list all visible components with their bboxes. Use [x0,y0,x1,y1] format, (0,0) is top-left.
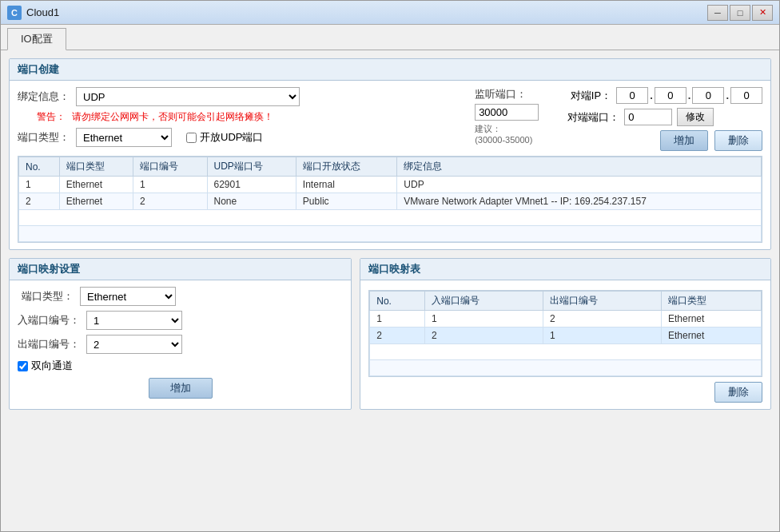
delete-port-button[interactable]: 删除 [714,130,762,151]
bidirectional-row: 双向通道 [18,359,343,373]
table-row-empty [19,210,762,226]
port-type-row: 端口类型： Ethernet 开放UDP端口 [18,128,462,147]
col-status: 端口开放状态 [296,157,397,177]
ip-octet-4[interactable] [730,87,762,104]
port-mapping-settings-body: 端口类型： Ethernet 入端口编号： 1 2 3 4 [10,280,351,405]
table-row-empty [19,226,762,242]
tabbar: IO配置 [1,25,779,50]
ip-octet-1[interactable] [616,87,648,104]
main-content: 端口创建 绑定信息： UDP TCP 内部网络 [1,50,779,531]
cell-binding: UDP [397,177,762,193]
input-port-row: 入端口编号： 1 2 3 4 [18,311,343,330]
ip-inputs: . . . [616,87,762,104]
mapping-row[interactable]: 2 2 1 Ethernet [370,328,762,344]
cell-udp: 62901 [207,177,296,193]
mapping-row[interactable]: 1 1 2 Ethernet [370,311,762,328]
port-creation-body: 绑定信息： UDP TCP 内部网络 警告： 请勿绑定公网网卡，否则可能会引起网… [10,81,770,249]
mapping-type-label: 端口类型： [18,289,74,304]
mapping-type-row: 端口类型： Ethernet [18,287,343,306]
mapping-table-wrapper: No. 入端口编号 出端口编号 端口类型 1 1 2 [368,290,762,377]
app-icon: C [7,6,22,20]
port-mapping-settings-title: 端口映射设置 [10,259,351,280]
input-port-label: 入端口编号： [18,313,80,328]
bidirectional-label: 双向通道 [31,359,73,373]
mapping-row-empty [370,344,762,360]
titlebar-left: C Cloud1 [7,6,59,20]
map-col-out: 出端口编号 [543,292,661,311]
bottom-sections: 端口映射设置 端口类型： Ethernet 入端口编号： 1 2 3 [9,258,771,410]
binding-label: 绑定信息： [18,89,70,104]
table-row[interactable]: 2 Ethernet 2 None Public VMware Network … [19,193,762,210]
close-button[interactable]: ✕ [752,5,773,21]
mapping-table: No. 入端口编号 出端口编号 端口类型 1 1 2 [369,291,762,376]
port-mapping-table-section: 端口映射表 No. 入端口编号 出端口编号 端口类型 [360,258,771,410]
main-window: C Cloud1 ─ □ ✕ IO配置 端口创建 [0,0,780,532]
remote-port-input[interactable] [624,109,672,125]
action-buttons: 增加 删除 [567,130,762,151]
port-type-label: 端口类型： [18,130,70,145]
col-num: 端口编号 [133,157,207,177]
hint-text: 建议：(30000-35000) [475,123,555,145]
titlebar-buttons: ─ □ ✕ [707,5,773,21]
minimize-button[interactable]: ─ [707,5,728,21]
cell-type: Ethernet [59,177,133,193]
port-type-select[interactable]: Ethernet [76,128,172,147]
modify-button[interactable]: 修改 [677,108,714,126]
delete-mapping-button[interactable]: 删除 [714,382,762,403]
maximize-button[interactable]: □ [730,5,750,21]
window-title: Cloud1 [26,6,59,18]
cell-status: Internal [296,177,397,193]
cell-no: 1 [19,177,60,193]
listen-port-label: 监听端口： [475,87,555,101]
cell-no: 2 [19,193,60,210]
port-mapping-settings-section: 端口映射设置 端口类型： Ethernet 入端口编号： 1 2 3 [9,258,352,410]
remote-area: 对端IP： . . . 对端 [567,87,762,151]
port-table: No. 端口类型 端口编号 UDP端口号 端口开放状态 绑定信息 1 [18,157,762,242]
port-table-wrapper: No. 端口类型 端口编号 UDP端口号 端口开放状态 绑定信息 1 [18,156,762,243]
remote-ip-row: 对端IP： . . . [567,87,762,104]
ip-octet-3[interactable] [692,87,724,104]
map-col-type: 端口类型 [661,292,761,311]
port-creation-section: 端口创建 绑定信息： UDP TCP 内部网络 [9,58,771,250]
open-udp-checkbox[interactable] [186,133,197,143]
mapping-row-empty [370,360,762,376]
mapping-type-select[interactable]: Ethernet [80,287,176,306]
cell-udp: None [207,193,296,210]
port-creation-title: 端口创建 [10,59,770,81]
open-udp-label: 开放UDP端口 [186,130,263,145]
table-row[interactable]: 1 Ethernet 1 62901 Internal UDP [19,177,762,193]
add-port-button[interactable]: 增加 [660,130,708,151]
output-port-label: 出端口编号： [18,337,80,351]
output-port-row: 出端口编号： 2 1 3 4 [18,335,343,354]
remote-port-row: 对端端口： 修改 [567,108,762,126]
port-mapping-table-title: 端口映射表 [360,259,770,280]
binding-select[interactable]: UDP TCP 内部网络 [76,87,300,106]
cell-type: Ethernet [59,193,133,210]
mapping-delete-container: 删除 [368,382,762,403]
warning-text: 请勿绑定公网网卡，否则可能会引起网络瘫痪！ [72,110,273,124]
ip-octet-2[interactable] [655,87,686,104]
mapping-add-container: 增加 [18,378,343,399]
input-port-select[interactable]: 1 2 3 4 [86,311,182,330]
cell-num: 1 [133,177,207,193]
col-type: 端口类型 [59,157,133,177]
col-no: No. [19,157,60,177]
tab-io-config[interactable]: IO配置 [7,28,66,50]
bidirectional-checkbox[interactable] [18,361,28,371]
col-binding: 绑定信息 [397,157,762,177]
col-udp: UDP端口号 [207,157,296,177]
listen-port-area: 监听端口： 建议：(30000-35000) [475,87,555,145]
map-col-in: 入端口编号 [424,292,543,311]
remote-port-label: 对端端口： [567,110,619,125]
cell-status: Public [296,193,397,210]
map-col-no: No. [370,292,425,311]
remote-ip-label: 对端IP： [567,89,611,103]
warning-prefix: 警告： [18,110,66,124]
warning-row: 警告： 请勿绑定公网网卡，否则可能会引起网络瘫痪！ [18,110,462,124]
cell-num: 2 [133,193,207,210]
output-port-select[interactable]: 2 1 3 4 [86,335,182,354]
listen-port-input[interactable] [475,104,539,121]
add-mapping-button[interactable]: 增加 [149,378,213,399]
port-mapping-table-body: No. 入端口编号 出端口编号 端口类型 1 1 2 [360,280,770,409]
binding-row: 绑定信息： UDP TCP 内部网络 [18,87,462,106]
